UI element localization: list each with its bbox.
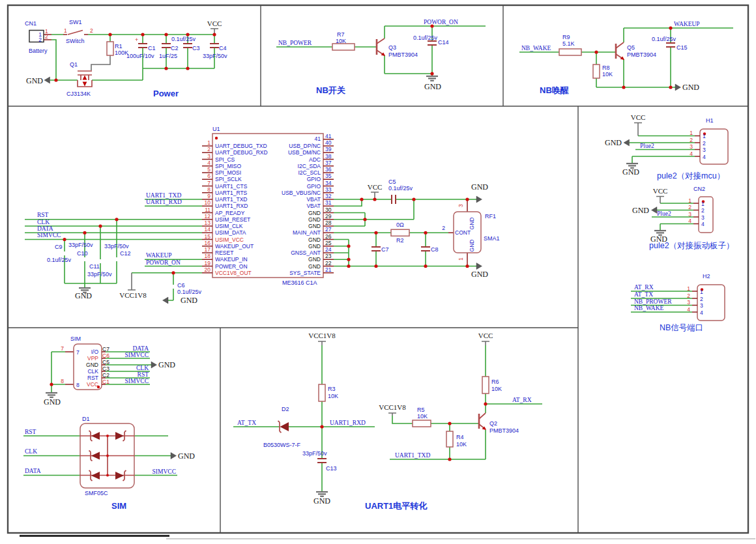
pin-number: 25 bbox=[325, 240, 332, 246]
section-h1: 11223344 VCC GND Plue2 GND H1 pule2（对接mc… bbox=[605, 113, 728, 180]
net-label-simvcc: SIMVCC bbox=[125, 352, 149, 358]
r6-value: 10K bbox=[491, 386, 502, 392]
c6-designator: C6 bbox=[177, 282, 185, 289]
pin-number: 40 bbox=[325, 139, 332, 146]
pin-number: 35 bbox=[325, 173, 332, 179]
sim-pin8-number: 8 bbox=[76, 382, 80, 388]
r9-resistor bbox=[559, 49, 581, 55]
r2-designator: R2 bbox=[396, 237, 404, 244]
c8-designator: C8 bbox=[431, 246, 439, 253]
pin-name: SPI_SCLK bbox=[215, 176, 242, 182]
section-d1: D1 RST CLK DATA GND SIMVCC SMF05C SIM bbox=[23, 416, 195, 511]
c11-designator: C11 bbox=[89, 263, 100, 270]
r2-value: 0Ω bbox=[396, 222, 404, 228]
sim-inner-label: I/O bbox=[91, 349, 99, 355]
pin-number: 1 bbox=[703, 133, 706, 139]
pin-number: 2 bbox=[700, 296, 703, 302]
net-label-nb-power: NB_POWER bbox=[278, 40, 312, 46]
pin-name: GND bbox=[308, 236, 321, 243]
q3-value: PMBT3904 bbox=[388, 51, 418, 58]
gnd-arrow bbox=[44, 77, 50, 83]
r4-value: 10K bbox=[456, 441, 467, 448]
u1-part-number: ME3616 C1A bbox=[282, 279, 317, 286]
rf1-gnd-pin: GND bbox=[469, 218, 475, 230]
c11-value: 33pF/50v bbox=[87, 271, 112, 278]
pin-number: 36 bbox=[325, 166, 332, 173]
vcc-label: VCC bbox=[631, 113, 646, 121]
pin-number-pad: 3 bbox=[688, 211, 691, 218]
pin-name: GND bbox=[308, 216, 321, 223]
gnd-earth bbox=[46, 393, 57, 397]
rf1-pin1-number: 1 bbox=[458, 257, 464, 261]
sim-pad-name: C3 bbox=[102, 365, 109, 372]
r6-resistor bbox=[482, 377, 489, 394]
q2-transistor bbox=[479, 413, 486, 430]
net-label-clk: CLK bbox=[136, 365, 149, 371]
c6-value: 0.1uf/25v bbox=[177, 289, 202, 295]
net-label-data: DATA bbox=[37, 225, 53, 232]
pin-name: SYS_STATE bbox=[289, 270, 321, 276]
pin-name: USIM_RESET bbox=[215, 216, 250, 223]
section-h2: 11223344 AT_RX AT_TX NB_PROWER NB_WAKE H… bbox=[631, 273, 725, 332]
pin-number: 4 bbox=[207, 160, 211, 166]
pin-number: 9 bbox=[207, 193, 211, 199]
sim-inner-label: GND bbox=[86, 362, 98, 368]
pin-number: 20 bbox=[205, 266, 211, 273]
section-nb-wake: NB_WAKE R9 5.1K R8 10K Q5 PMBT3904 WAKEU… bbox=[519, 21, 733, 96]
pin-name: RESET bbox=[215, 250, 233, 256]
gnd-earth bbox=[316, 492, 328, 496]
net-label-wakeup: WAKEUP bbox=[674, 21, 700, 27]
net-label-wakeup: WAKEUP bbox=[146, 252, 172, 259]
pin-name: UART1_RTS bbox=[215, 190, 248, 196]
net-label-nb-prower: NB_PROWER bbox=[634, 298, 672, 305]
pin-name: AP_READY bbox=[215, 210, 245, 216]
pin-number-pad: 3 bbox=[687, 299, 690, 306]
h2-pins: 11223344 bbox=[687, 285, 703, 316]
cn2-pins: 11223344 bbox=[688, 197, 705, 228]
pin-name: VBAT bbox=[306, 203, 321, 209]
pin-number: 23 bbox=[325, 253, 332, 259]
vcc-label: VCC bbox=[207, 20, 222, 27]
gnd-label: GND bbox=[178, 451, 195, 461]
pin-number: 19 bbox=[205, 260, 211, 266]
pin-name: VBAT bbox=[306, 196, 321, 203]
r8-value: 10K bbox=[602, 71, 613, 78]
pin-number: 11 bbox=[205, 207, 211, 213]
pin-number-pad: 2 bbox=[690, 137, 693, 143]
net-label-powor-on: POWOR_ON bbox=[424, 19, 458, 25]
sim-pad-name: C2 bbox=[102, 372, 109, 379]
q2-designator: Q2 bbox=[489, 420, 497, 427]
r6-designator: R6 bbox=[491, 379, 499, 385]
pin-name: 41 bbox=[315, 136, 321, 142]
r8-designator: R8 bbox=[602, 64, 610, 71]
c1-polarity: + bbox=[135, 36, 138, 43]
pin-name: I2C_SDA bbox=[298, 163, 321, 169]
pin-name: UART1_CTS bbox=[215, 183, 248, 190]
pin-number: 1 bbox=[701, 201, 705, 207]
net-label-clk: CLK bbox=[37, 219, 50, 225]
pin-name: GND bbox=[308, 243, 321, 250]
net-label-rst: RST bbox=[138, 371, 149, 378]
pin-name: MAIN_ANT bbox=[293, 229, 321, 236]
q3-transistor bbox=[377, 38, 385, 56]
pin-number: 3 bbox=[700, 302, 703, 309]
q5-value: PMBT3904 bbox=[627, 51, 656, 58]
pin-name: GPIO bbox=[307, 183, 321, 190]
gnd-label: GND bbox=[622, 167, 639, 177]
pin-number-pad: 1 bbox=[687, 285, 690, 292]
d2-part: B0530WS-7-F bbox=[263, 442, 301, 448]
gnd-arrow bbox=[675, 84, 681, 91]
q3-designator: Q3 bbox=[388, 44, 396, 51]
pin-number: 26 bbox=[325, 233, 332, 240]
cn1-designator: CN1 bbox=[25, 20, 36, 27]
gnd-label: GND bbox=[26, 76, 43, 85]
battery-pin2-pad: 2 bbox=[45, 33, 48, 40]
gnd-label: GND bbox=[605, 138, 622, 147]
sim-inner-label: CLK bbox=[87, 368, 98, 375]
switch-label: SWitch bbox=[66, 38, 85, 44]
sim-pin7-pad: 7 bbox=[61, 345, 64, 352]
sw1-pin2: 2 bbox=[90, 27, 93, 34]
pin-number: 4 bbox=[701, 221, 705, 227]
section-title: NB开关 bbox=[316, 85, 346, 95]
r7-designator: R7 bbox=[337, 31, 345, 38]
